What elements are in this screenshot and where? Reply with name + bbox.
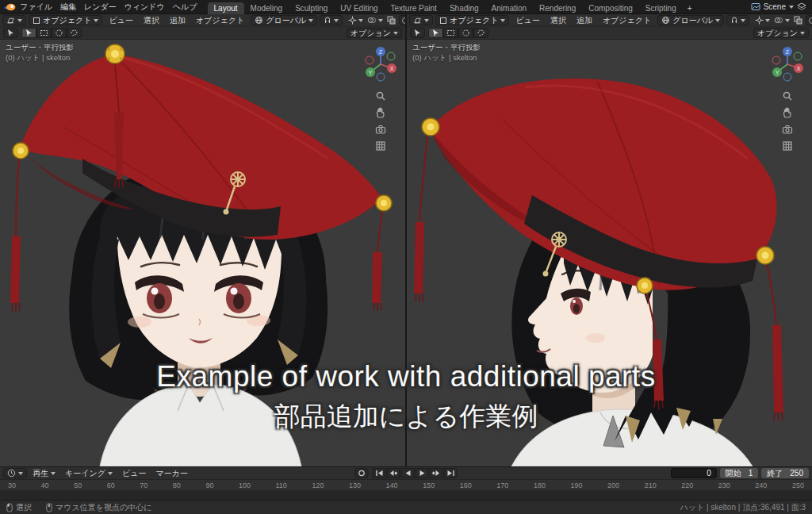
viewport-3d-area[interactable]: ユーザー・平行投影 (0) ハット | skelton Z X Y [0, 40, 405, 466]
workspace-area: オブジェクト ビュー 選択 追加 オブジェクト グローバル [0, 14, 812, 466]
menu-select[interactable]: 選択 [546, 14, 570, 26]
viewport-3d-area[interactable]: ユーザー・平行投影 (0) ハット | skelton Z X Y [407, 40, 812, 466]
frame-start-field[interactable]: 開始 1 [720, 468, 759, 478]
menu-render[interactable]: レンダー [80, 0, 121, 13]
timeline-ruler[interactable]: 3040506070809010011012013014015016017018… [0, 480, 812, 491]
move-view-hand-icon[interactable] [782, 107, 793, 118]
navigation-gizmo[interactable]: Z X Y [360, 44, 401, 85]
svg-text:Y: Y [369, 70, 373, 75]
options-dropdown[interactable]: オプション [753, 28, 809, 38]
view-layer-icon [797, 2, 806, 11]
chevron-down-icon [424, 19, 429, 22]
workspace-tab[interactable]: Shading [443, 2, 485, 14]
play-reverse-button[interactable] [401, 468, 415, 478]
play-button[interactable] [416, 468, 429, 478]
globe-icon [661, 16, 670, 25]
menu-add[interactable]: 追加 [166, 14, 190, 26]
viewport-display-toggles [754, 15, 812, 25]
show-gizmo-toggle[interactable] [347, 16, 364, 25]
timeline-editor-type-button[interactable] [3, 468, 27, 478]
frame-tick-label: 230 [718, 481, 730, 489]
menu-help[interactable]: ヘルプ [169, 0, 201, 13]
menu-view[interactable]: ビュー [105, 14, 136, 26]
select-lasso-tool-button[interactable] [473, 28, 488, 38]
jump-to-end-button[interactable] [444, 468, 458, 478]
active-tool-button[interactable] [3, 28, 18, 38]
mode-dropdown[interactable]: オブジェクト [435, 15, 509, 25]
camera-view-icon[interactable] [782, 124, 793, 135]
frame-end-field[interactable]: 終了 250 [761, 468, 809, 478]
select-circle-tool-button[interactable] [52, 28, 67, 38]
menu-keying[interactable]: キーイング [61, 467, 117, 479]
frame-tick-label: 30 [8, 481, 16, 489]
scene-statistics: ハット | skelton | 頂点:36,491 | 面:3 [680, 502, 806, 513]
menu-file[interactable]: ファイル [16, 0, 56, 13]
wireframe-shading-button[interactable] [402, 17, 405, 24]
select-box-tool-button[interactable] [443, 28, 458, 38]
menu-window[interactable]: ウィンドウ [121, 0, 169, 13]
menu-object[interactable]: オブジェクト [599, 14, 655, 26]
zoom-icon[interactable] [782, 90, 793, 102]
orientation-dropdown[interactable]: グローバル [657, 15, 724, 25]
frame-tick-label: 50 [74, 481, 82, 489]
chevron-down-icon [789, 6, 794, 9]
lasso-select-icon [477, 29, 485, 37]
snap-dropdown[interactable] [320, 15, 343, 25]
orientation-dropdown[interactable]: グローバル [251, 15, 317, 25]
workspace-tab[interactable]: Scripting [639, 2, 683, 14]
show-gizmo-toggle[interactable] [754, 16, 771, 25]
current-frame-field[interactable]: 0 [671, 468, 717, 478]
snap-dropdown[interactable] [726, 15, 749, 25]
menu-add[interactable]: 追加 [573, 14, 596, 26]
previous-keyframe-button[interactable] [387, 468, 400, 478]
show-overlays-toggle[interactable] [366, 16, 384, 25]
camera-view-icon[interactable] [375, 124, 386, 135]
editor-type-button[interactable] [2, 15, 26, 25]
workspace-tab[interactable]: Compositing [582, 2, 639, 14]
select-lasso-tool-button[interactable] [67, 28, 82, 38]
select-circle-tool-button[interactable] [458, 28, 473, 38]
menu-edit[interactable]: 編集 [56, 0, 80, 13]
navigation-gizmo[interactable]: Z X Y [767, 44, 808, 85]
show-overlays-toggle[interactable] [773, 16, 791, 25]
blender-logo-icon[interactable] [3, 2, 16, 12]
add-workspace-button[interactable]: + [683, 2, 697, 14]
auto-keyframe-toggle[interactable] [355, 468, 369, 478]
workspace-tab[interactable]: Texture Paint [385, 2, 443, 14]
workspace-tab[interactable]: Rendering [533, 2, 582, 14]
workspace-tab[interactable]: UV Editing [334, 2, 384, 14]
workspace-tab[interactable]: Sculpting [289, 2, 334, 14]
workspace-tab[interactable]: Animation [485, 2, 533, 14]
viewport-left: オブジェクト ビュー 選択 追加 オブジェクト グローバル [0, 14, 407, 466]
select-box-tool-button[interactable] [36, 28, 52, 38]
next-keyframe-button[interactable] [430, 468, 443, 478]
menu-playback[interactable]: 再生 [29, 467, 59, 479]
chevron-down-icon [17, 19, 22, 22]
tweak-tool-button[interactable] [21, 28, 36, 38]
xray-toggle[interactable] [386, 16, 396, 25]
workspace-tab[interactable]: Layout [208, 2, 244, 14]
menu-view[interactable]: ビュー [511, 14, 543, 26]
scene-selector[interactable]: Scene [751, 2, 809, 11]
xray-toggle[interactable] [793, 16, 803, 25]
menu-select[interactable]: 選択 [140, 14, 163, 26]
wireframe-shading-button[interactable] [809, 17, 812, 24]
move-view-hand-icon[interactable] [375, 107, 386, 118]
orthographic-grid-icon[interactable] [782, 140, 793, 152]
workspace-tab[interactable]: Modeling [244, 2, 289, 14]
active-tool-button[interactable] [410, 28, 425, 38]
jump-to-start-button[interactable] [373, 468, 386, 478]
overlays-icon [774, 16, 783, 25]
zoom-icon[interactable] [375, 90, 386, 102]
editor-type-button[interactable] [409, 15, 433, 25]
tweak-tool-button[interactable] [428, 28, 443, 38]
mode-dropdown[interactable]: オブジェクト [29, 15, 102, 25]
tool-header: オプション [407, 27, 812, 40]
timeline-track-area[interactable] [0, 491, 812, 500]
menu-marker[interactable]: マーカー [151, 467, 191, 479]
frame-tick-label: 130 [349, 481, 361, 489]
menu-timeline-view[interactable]: ビュー [118, 467, 150, 479]
menu-object[interactable]: オブジェクト [192, 14, 248, 26]
orthographic-grid-icon[interactable] [375, 140, 386, 152]
options-dropdown[interactable]: オプション [347, 28, 402, 38]
